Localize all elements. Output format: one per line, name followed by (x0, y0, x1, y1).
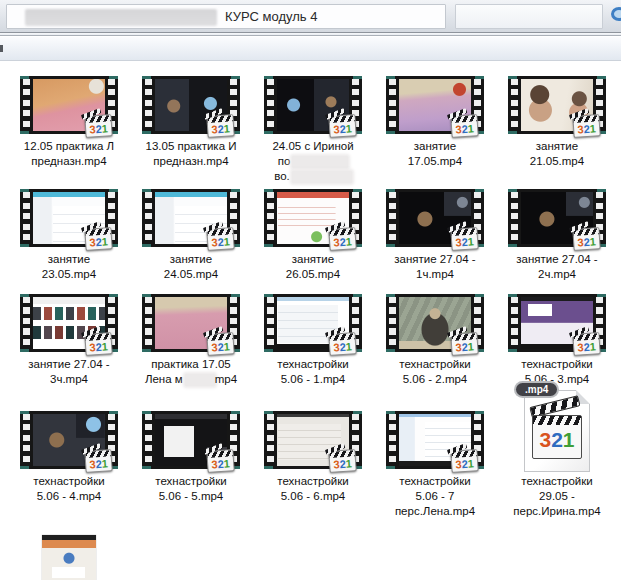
file-name: технастройки5.06 - 2.mp4 (399, 357, 470, 387)
file-thumbnail: 321 (20, 186, 118, 250)
file-name: технастройки5.06 - 5.mp4 (155, 474, 226, 504)
file-thumbnail: 321 (264, 291, 362, 355)
file-row (8, 531, 621, 580)
file-item[interactable]: 321занятие26.05.mp4 (252, 186, 374, 291)
file-item[interactable]: 321занятие17.05.mp4 (374, 73, 496, 186)
address-bar[interactable]: КУРС модуль 4 (6, 4, 446, 29)
filmstrip-icon: 321 (508, 76, 606, 134)
filmstrip-icon: 321 (386, 294, 484, 352)
file-thumbnail: 321 (20, 73, 118, 137)
partial-photo-thumbnail (42, 535, 96, 580)
search-box[interactable] (455, 4, 603, 29)
mpc-321-badge-icon: 321 (450, 114, 478, 138)
file-name-line: занятие (164, 252, 218, 267)
file-name-line: технастройки (395, 474, 475, 489)
file-name: 24.05 с Иринойпово. (272, 139, 353, 184)
file-item[interactable]: 321занятие 27.04 -3ч.mp4 (8, 291, 130, 408)
mpc-321-badge-icon: 321 (206, 449, 234, 473)
mpc-321-badge-icon: 321 (206, 227, 234, 251)
filmstrip-icon: 321 (508, 294, 606, 352)
mpc-321-badge-icon: 321 (572, 332, 600, 356)
file-name-line: Лена мmp4 (145, 372, 237, 387)
filmstrip-icon: 321 (386, 189, 484, 247)
mpc-321-badge-icon: 321 (206, 114, 234, 138)
file-item[interactable]: 321занятие 27.04 -2ч.mp4 (496, 186, 618, 291)
file-row: 32112.05 практика Лпредназн.mp432113.05 … (8, 73, 621, 186)
file-item[interactable]: 321технастройки5.06 - 5.mp4 (130, 408, 252, 531)
file-thumbnail: 321 (508, 186, 606, 250)
file-name-line: 21.05.mp4 (530, 154, 584, 169)
mpc-321-badge-icon: 321 (450, 449, 478, 473)
filmstrip-icon: 321 (386, 76, 484, 134)
file-thumbnail: 321 (20, 408, 118, 472)
mpc-321-badge-icon: 321 (572, 227, 600, 251)
filmstrip-icon: 321 (264, 189, 362, 247)
file-name: занятие 27.04 -3ч.mp4 (28, 357, 109, 387)
file-item[interactable]: 321технастройки5.06 - 1.mp4 (252, 291, 374, 408)
filmstrip-icon: 321 (142, 76, 240, 134)
file-name-line: 12.05 практика Л (24, 139, 114, 154)
file-item[interactable]: 321.mp4технастройки29.05 -перс.Ирина.mp4 (496, 408, 618, 531)
file-item[interactable]: 321технастройки5.06 - 4.mp4 (8, 408, 130, 531)
mpc-321-badge-icon: 321 (450, 227, 478, 251)
file-item[interactable]: 321технастройки5.06 - 7перс.Лена.mp4 (374, 408, 496, 531)
film-sprockets-left (21, 192, 32, 244)
file-item[interactable]: 321занятие23.05.mp4 (8, 186, 130, 291)
mpc-321-badge-icon: 321 (450, 332, 478, 356)
file-name: 13.05 практика Ипредназн.mp4 (146, 139, 237, 169)
file-thumbnail: 321 (142, 186, 240, 250)
mpc-321-badge-icon: 321 (572, 114, 600, 138)
file-name-line: 5.06 - 2.mp4 (399, 372, 470, 387)
mp4-file-icon: 321.mp4 (524, 390, 590, 472)
file-item[interactable]: 32124.05 с Иринойпово. (252, 73, 374, 186)
file-thumbnail: 321 (142, 408, 240, 472)
file-item[interactable]: 321занятие 27.04 -1ч.mp4 (374, 186, 496, 291)
file-item[interactable]: 321практика 17.05Лена мmp4 (130, 291, 252, 408)
redaction-blur (292, 156, 348, 168)
file-name-line: занятие (286, 252, 340, 267)
film-sprockets-left (265, 192, 276, 244)
file-item[interactable]: 321занятие21.05.mp4 (496, 73, 618, 186)
file-name-line: 23.05.mp4 (42, 267, 96, 282)
file-item[interactable]: 321занятие24.05.mp4 (130, 186, 252, 291)
file-name: 12.05 практика Лпредназн.mp4 (24, 139, 114, 169)
film-sprockets-left (387, 414, 398, 466)
file-item[interactable] (8, 531, 130, 580)
filmstrip-icon: 321 (508, 189, 606, 247)
film-sprockets-left (509, 192, 520, 244)
file-item[interactable]: 321технастройки5.06 - 6.mp4 (252, 408, 374, 531)
file-thumbnail: 321 (386, 408, 484, 472)
film-sprockets-left (21, 414, 32, 466)
file-item[interactable]: 32113.05 практика Ипредназн.mp4 (130, 73, 252, 186)
file-name-line: 26.05.mp4 (286, 267, 340, 282)
redaction-blur (292, 171, 352, 183)
file-name-line: 3ч.mp4 (28, 372, 109, 387)
redaction-blur (185, 374, 215, 386)
filmstrip-icon: 321 (20, 294, 118, 352)
mpc-321-badge-icon: 321 (328, 227, 356, 251)
file-name-line: технастройки (513, 474, 600, 489)
refresh-icon[interactable] (611, 7, 621, 21)
file-name-line: по (272, 154, 353, 169)
file-thumbnail: 321.mp4 (524, 408, 590, 472)
file-item[interactable]: 32112.05 практика Лпредназн.mp4 (8, 73, 130, 186)
file-name-line: 5.06 - 1.mp4 (277, 372, 348, 387)
file-name-line: 29.05 - (513, 489, 600, 504)
film-sprockets-left (265, 414, 276, 466)
file-thumbnail (42, 531, 96, 580)
mpc-321-badge-icon: 321 (84, 114, 112, 138)
file-thumbnail: 321 (142, 291, 240, 355)
film-sprockets-left (387, 192, 398, 244)
file-name-line: 17.05.mp4 (408, 154, 462, 169)
file-name-line: 5.06 - 6.mp4 (277, 489, 348, 504)
file-name-line: занятие (408, 139, 462, 154)
file-name: занятие24.05.mp4 (164, 252, 218, 282)
file-item[interactable]: 321технастройки5.06 - 2.mp4 (374, 291, 496, 408)
filmstrip-icon: 321 (142, 189, 240, 247)
filmstrip-icon: 321 (264, 411, 362, 469)
file-name-line: занятие 27.04 - (394, 252, 475, 267)
mpc-321-badge-icon: 321 (328, 332, 356, 356)
file-name-line: технастройки (277, 474, 348, 489)
mpc-321-badge-icon: 321 (84, 449, 112, 473)
file-name: технастройки29.05 -перс.Ирина.mp4 (513, 474, 600, 519)
